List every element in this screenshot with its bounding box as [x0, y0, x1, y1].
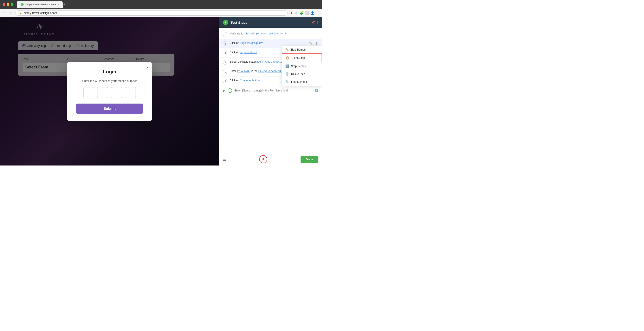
add-step-plus-icon[interactable]: +	[228, 88, 232, 93]
step-number-4: 4	[223, 60, 228, 65]
step-number-3: 3	[223, 51, 228, 55]
new-tab-button[interactable]: +	[64, 2, 66, 6]
clone-step-label: Clone Step	[292, 56, 305, 60]
address-input[interactable]: 🔒 simply-travel.testsigma.com	[16, 10, 288, 16]
step-number-1: 1	[223, 32, 228, 36]
otp-box-1[interactable]	[83, 87, 94, 98]
help-button[interactable]: ?	[317, 20, 318, 24]
step-3-link[interactable]: Login::button1	[240, 51, 257, 54]
otp-box-2[interactable]	[97, 87, 108, 98]
step-text-2: Click on LoginorSignUp::div	[230, 41, 306, 45]
fullscreen-traffic-light[interactable]	[11, 3, 14, 6]
step-details-label: Step Details	[291, 65, 306, 68]
step-number-5: 5	[223, 70, 228, 74]
panel-header: ✦ Test Steps 📌 ?	[219, 17, 322, 28]
step-1-link[interactable]: https://simply-travel.testsigma.com/	[244, 32, 286, 35]
extensions-button[interactable]: 🧩	[300, 11, 303, 15]
add-step-arrow-icon: ▶	[223, 89, 226, 92]
context-step-details[interactable]: ℹ️ Step Details	[282, 62, 322, 70]
step-3-prefix: Click on	[230, 51, 240, 54]
profile-button[interactable]: 👤	[310, 11, 314, 15]
footer-expand-btn[interactable]: ☰	[223, 157, 226, 162]
otp-inputs	[76, 87, 143, 98]
step-5-prefix: Enter	[230, 70, 237, 73]
step-5-link2[interactable]: Enteryourmobilenu...	[258, 70, 283, 73]
step-5-link1[interactable]: 123456789	[237, 70, 250, 73]
add-step-row: ▶ + ⚙️	[219, 86, 322, 95]
panel-footer: ☰ ⏸ Done	[219, 153, 322, 166]
delete-step-icon: 🗑️	[285, 72, 289, 76]
add-step-input[interactable]	[234, 89, 312, 92]
context-find-element[interactable]: 🔍 Find Element	[282, 78, 322, 86]
minimize-traffic-light[interactable]	[7, 3, 10, 6]
website-background: ✈ SIMPLY TRAVEL One Way Trip Round Trip …	[0, 17, 219, 166]
close-traffic-light[interactable]	[3, 3, 5, 6]
step-6-link[interactable]: Continue::button	[240, 79, 260, 82]
context-clone-step[interactable]: 📋 Clone Step	[282, 54, 322, 62]
modal-title: Login	[76, 69, 143, 75]
step-2-actions: ✏️ ⋮	[309, 41, 318, 46]
sidebar-button[interactable]: ⬜	[305, 11, 309, 15]
steps-list: 1 Navigate to https://simply-travel.test…	[219, 28, 322, 153]
modal-close-button[interactable]: ×	[146, 65, 148, 70]
clone-step-icon: 📋	[286, 56, 289, 60]
login-modal: × Login Enter the OTP sent to your mobil…	[67, 62, 152, 121]
tab-close-btn[interactable]: ×	[58, 3, 59, 6]
step-number-2: 2	[223, 42, 228, 46]
otp-box-4[interactable]	[125, 87, 136, 98]
modal-overlay: × Login Enter the OTP sent to your mobil…	[0, 17, 219, 166]
context-edit-element[interactable]: ✏️ Edit Element	[282, 46, 322, 54]
bookmark-button[interactable]: ☆	[295, 11, 298, 15]
back-button[interactable]: ‹	[3, 11, 4, 15]
step-4-link[interactable]: logInType2::inputRa...	[257, 60, 283, 63]
step-2-prefix: Click on	[230, 42, 240, 44]
url-text: simply-travel.testsigma.com	[24, 12, 57, 14]
step-2-link[interactable]: LoginorSignUp::div	[240, 42, 262, 44]
step-5-middle: in the	[251, 70, 258, 73]
step-2-more-btn[interactable]: ⋮	[314, 41, 318, 46]
panel-header-actions: 📌 ?	[311, 20, 318, 24]
lock-icon: 🔒	[19, 12, 22, 14]
panel-title: Test Steps	[230, 20, 309, 24]
context-delete-step[interactable]: 🗑️ Delete Step	[282, 70, 322, 78]
active-tab[interactable]: simply-travel.testsigma.com ×	[17, 1, 62, 8]
modal-subtitle: Enter the OTP sent to your mobile number	[76, 79, 143, 82]
browser-actions: ⬆ ☆ 🧩 ⬜ 👤 ⋮	[290, 11, 319, 15]
step-text-1: Navigate to https://simply-travel.testsi…	[230, 32, 318, 36]
step-6-prefix: Click on	[230, 79, 240, 82]
submit-button[interactable]: Submit	[76, 104, 143, 114]
tab-label: simply-travel.testsigma.com	[26, 3, 56, 6]
tab-bar: simply-travel.testsigma.com × +	[17, 1, 319, 8]
step-item-2: 2 Click on LoginorSignUp::div ✏️ ⋮ ✏️ Ed…	[219, 39, 322, 48]
delete-step-label: Delete Step	[291, 72, 305, 76]
edit-element-icon: ✏️	[285, 48, 289, 51]
tab-favicon	[20, 3, 24, 6]
step-details-icon: ℹ️	[285, 64, 289, 68]
test-steps-panel: ✦ Test Steps 📌 ? 1 Navigate to https://s…	[219, 17, 322, 166]
find-element-icon: 🔍	[285, 80, 289, 84]
share-button[interactable]: ⬆	[290, 11, 293, 15]
pause-button[interactable]: ⏸	[259, 155, 267, 163]
pin-button[interactable]: 📌	[311, 20, 315, 24]
otp-box-3[interactable]	[111, 87, 122, 98]
panel-logo: ✦	[223, 20, 228, 25]
traffic-lights	[3, 3, 14, 6]
step-2-edit-btn[interactable]: ✏️	[309, 41, 314, 46]
context-menu: ✏️ Edit Element 📋 Clone Step ℹ️ Step Det…	[282, 46, 322, 86]
browser-chrome: simply-travel.testsigma.com × +	[0, 0, 322, 9]
forward-button[interactable]: ›	[6, 11, 8, 15]
add-step-gear-icon[interactable]: ⚙️	[314, 89, 318, 92]
menu-button[interactable]: ⋮	[316, 11, 319, 15]
step-1-prefix: Navigate to	[230, 32, 244, 35]
edit-element-label: Edit Element	[291, 48, 306, 51]
main-area: ✈ SIMPLY TRAVEL One Way Trip Round Trip …	[0, 17, 322, 166]
step-item-1: 1 Navigate to https://simply-travel.test…	[219, 30, 322, 39]
done-button[interactable]: Done	[300, 156, 319, 163]
address-bar: ‹ › ↻ 🔒 simply-travel.testsigma.com ⬆ ☆ …	[0, 9, 322, 17]
step-number-6: 6	[223, 79, 228, 84]
reload-button[interactable]: ↻	[10, 11, 13, 15]
find-element-label: Find Element	[291, 80, 307, 84]
step-4-prefix: Select the radio button	[230, 60, 257, 63]
